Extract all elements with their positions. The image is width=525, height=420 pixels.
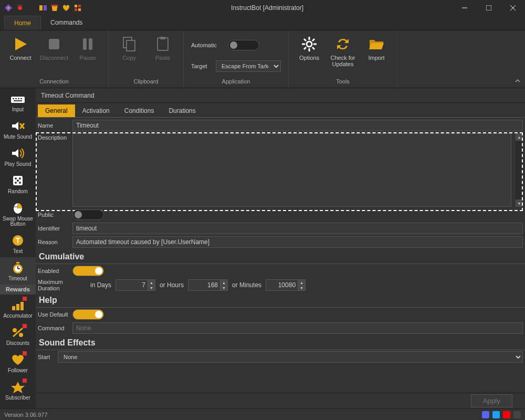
dice-icon: [10, 173, 26, 188]
subtabs: General Activation Conditions Durations: [36, 103, 525, 118]
check-updates-button[interactable]: Check for Updates: [328, 36, 358, 67]
svg-rect-19: [127, 40, 135, 51]
sidebar-item-accumulator[interactable]: Accumulator: [0, 295, 36, 322]
sidebar-item-input[interactable]: Input: [0, 88, 36, 116]
minimize-button[interactable]: [453, 0, 477, 16]
maxdur-label: Maximum Duration: [38, 279, 86, 291]
enabled-toggle[interactable]: [72, 266, 104, 276]
start-select[interactable]: None: [58, 351, 523, 363]
window-title: InstructBot [Administrator]: [82, 4, 453, 12]
maximize-button[interactable]: [477, 0, 501, 16]
desc-scroll-up[interactable]: ▲: [516, 133, 523, 141]
subtab-conditions[interactable]: Conditions: [117, 104, 162, 117]
heart-icon: [10, 352, 26, 367]
sidebar-header-rewards[interactable]: Rewards: [0, 285, 36, 295]
qa-icon-3[interactable]: [62, 4, 70, 12]
paste-icon: [154, 36, 171, 52]
sidebar-item-follower[interactable]: Follower: [0, 349, 36, 376]
group-connection-label: Connection: [39, 78, 69, 86]
group-tools-label: Tools: [336, 78, 350, 86]
usedefault-toggle[interactable]: [72, 309, 104, 320]
svg-rect-2: [39, 5, 43, 10]
connect-button[interactable]: Connect: [5, 36, 36, 61]
app-icon: [4, 4, 13, 12]
public-label: Public: [38, 212, 68, 218]
reason-label: Reason: [38, 239, 68, 245]
options-button[interactable]: Options: [294, 36, 324, 61]
svg-rect-56: [16, 304, 19, 310]
desc-scroll-down[interactable]: ▼: [516, 200, 523, 207]
svg-rect-31: [11, 97, 25, 103]
ribbon-collapse-button[interactable]: [514, 78, 521, 86]
sidebar-item-swap[interactable]: Swap Mouse Button: [0, 197, 36, 230]
minutes-input[interactable]: 10080▲▼: [266, 279, 306, 291]
svg-point-58: [13, 328, 17, 332]
qa-icon-1[interactable]: [39, 4, 47, 12]
svg-rect-11: [486, 5, 491, 10]
tab-commands[interactable]: Commands: [41, 16, 92, 30]
pause-icon: [79, 36, 96, 52]
svg-rect-54: [16, 262, 19, 264]
minutes-label: or Minutes: [232, 281, 261, 289]
svg-rect-57: [20, 302, 24, 310]
days-input[interactable]: 7▲▼: [116, 279, 155, 291]
group-application-label: Application: [222, 78, 250, 86]
subtab-activation[interactable]: Activation: [75, 104, 117, 117]
youtube-icon[interactable]: [503, 411, 510, 418]
hours-input[interactable]: 168▲▼: [188, 279, 228, 291]
description-input[interactable]: [72, 133, 511, 207]
svg-rect-35: [20, 98, 22, 99]
folder-open-icon: [368, 36, 385, 52]
misc-footer-icon[interactable]: [513, 411, 521, 418]
svg-line-28: [312, 47, 314, 49]
sidebar-item-play[interactable]: Play Sound: [0, 143, 36, 170]
sidebar-item-subscriber[interactable]: Subscriber: [0, 376, 36, 404]
identifier-label: Identifier: [38, 225, 68, 232]
tab-home[interactable]: Home: [4, 16, 41, 30]
close-button[interactable]: [501, 0, 525, 16]
sidebar-item-random[interactable]: Random: [0, 170, 36, 197]
start-label: Start: [38, 354, 54, 360]
paste-button: Paste: [148, 36, 178, 61]
gear-icon: [301, 36, 318, 52]
reason-input[interactable]: [72, 236, 523, 248]
svg-rect-15: [49, 39, 59, 49]
svg-rect-32: [13, 98, 14, 99]
svg-rect-55: [12, 306, 15, 310]
svg-rect-34: [18, 98, 19, 99]
discord-icon[interactable]: [482, 411, 489, 418]
enabled-label: Enabled: [38, 268, 68, 274]
identifier-input[interactable]: [72, 223, 523, 234]
twitter-icon[interactable]: [492, 411, 500, 418]
speaker-icon: [10, 146, 26, 161]
svg-rect-8: [75, 8, 77, 11]
discount-icon: [10, 325, 26, 340]
subtab-general[interactable]: General: [38, 104, 75, 117]
menu-tabs: Home Commands: [0, 16, 525, 30]
sidebar-item-text[interactable]: T Text: [0, 230, 36, 257]
automatic-toggle[interactable]: [228, 40, 259, 50]
qa-icon-2[interactable]: [50, 4, 59, 12]
usedefault-label: Use Default: [38, 311, 68, 318]
disconnect-button: Disconnect: [39, 36, 69, 61]
pause-button: Pause: [72, 36, 103, 61]
subtab-durations[interactable]: Durations: [161, 104, 203, 117]
public-toggle[interactable]: [72, 209, 104, 220]
qa-icon-4[interactable]: [74, 4, 82, 12]
import-button[interactable]: Import: [361, 36, 392, 61]
apply-button[interactable]: Apply: [471, 394, 512, 407]
svg-rect-17: [89, 38, 92, 50]
svg-line-27: [304, 39, 306, 41]
days-label: in Days: [90, 281, 111, 289]
svg-point-43: [19, 177, 21, 180]
sidebar-item-discounts[interactable]: Discounts: [0, 322, 36, 349]
sidebar-item-mute[interactable]: Mute Sound: [0, 116, 36, 143]
svg-point-45: [15, 182, 17, 184]
svg-rect-21: [160, 37, 165, 39]
name-input[interactable]: [72, 120, 523, 131]
svg-rect-6: [75, 5, 77, 7]
sidebar-item-timeout[interactable]: Timeout: [0, 257, 36, 285]
svg-rect-33: [15, 98, 17, 99]
svg-marker-14: [15, 38, 27, 50]
target-select[interactable]: Escape From Tarkov: [216, 60, 281, 72]
